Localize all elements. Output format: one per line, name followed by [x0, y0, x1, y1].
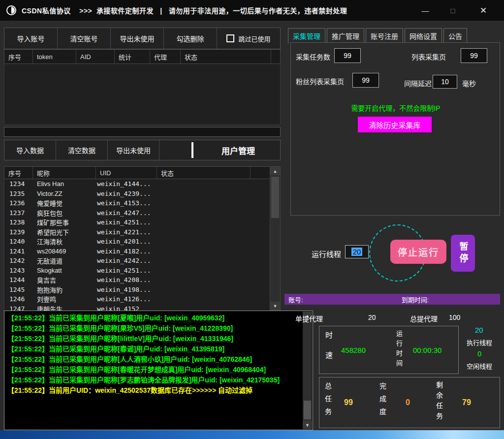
- log-scrollbar[interactable]: ▲ ▼: [303, 312, 312, 429]
- table-cell: 1241: [4, 248, 33, 255]
- log-panel: 【21:55:22】当前已采集到用户昵称[夏喉]用户uid: [weixin_4…: [4, 311, 313, 430]
- list-page-input[interactable]: 99: [461, 48, 487, 63]
- table-row[interactable]: 1244臭吉吉weixin_4208...: [4, 275, 270, 285]
- column-header-filler: [271, 50, 280, 63]
- table-row[interactable]: 1246刘壹鸣weixin_4126...: [4, 294, 270, 304]
- log-line: 【21:55:22】当前已采集到用户昵称[夏喉]用户uid: [weixin_4…: [7, 313, 300, 323]
- export-unused-data-button[interactable]: 导出未使用: [108, 140, 159, 160]
- skip-used-checkbox[interactable]: [226, 34, 234, 42]
- table-cell: weixin_4201...: [96, 238, 157, 245]
- tab-network-settings[interactable]: 网络设置: [405, 28, 442, 44]
- expire-label: 到期时间:: [402, 295, 429, 304]
- table-cell: 1239: [4, 228, 33, 236]
- table-row[interactable]: 1234Elivs Hanweixin_4144...: [4, 179, 270, 189]
- table-cell: 唐朝先生: [33, 304, 96, 311]
- table-row[interactable]: 1238煤矿那些事weixin_4251...: [4, 218, 270, 227]
- table-cell: 1246: [4, 295, 33, 303]
- table-row[interactable]: 1240江海清秋weixin_4201...: [4, 237, 270, 247]
- total-tasks-value: 99: [344, 398, 353, 407]
- table-row[interactable]: 1241ws208469weixin_4182...: [4, 247, 270, 256]
- delay-label: 间隔延迟: [404, 78, 432, 88]
- delay-input[interactable]: 10: [433, 75, 457, 89]
- pause-button[interactable]: 暂停: [451, 235, 475, 272]
- single-proxy-label: 单提代理: [295, 314, 323, 323]
- column-header[interactable]: 昵称: [33, 167, 96, 179]
- column-header[interactable]: 状态: [157, 167, 251, 179]
- column-header[interactable]: 序号: [4, 50, 33, 63]
- table-cell: 1236: [4, 199, 33, 207]
- table-row[interactable]: 1239希望阳光下weixin_4221...: [4, 227, 270, 237]
- table-row[interactable]: 1236俺爱睡觉weixin_4153...: [4, 198, 270, 208]
- clear-history-button[interactable]: 清除历史采集库: [358, 117, 432, 132]
- column-header[interactable]: token: [33, 50, 76, 63]
- table-row[interactable]: 1237疯狂包包weixin_4247...: [4, 208, 270, 218]
- table-cell: 1238: [4, 219, 33, 226]
- collect-settings-panel: 采集任务数 99 列表采集页 99 粉丝列表采集页 99 间隔延迟 10 毫秒 …: [290, 42, 500, 216]
- single-proxy-value: 20: [368, 314, 376, 321]
- column-header[interactable]: 代理: [150, 50, 181, 63]
- log-line: 【21:55:22】当前已采集到用户昵称[罗志鹏铂涛全品牌报发]用户uid: […: [7, 375, 300, 385]
- scroll-down-icon[interactable]: ▼: [303, 421, 312, 429]
- column-header[interactable]: UID: [96, 167, 157, 179]
- column-header[interactable]: AID: [76, 50, 115, 63]
- column-header[interactable]: 序号: [4, 167, 33, 179]
- check-delete-button[interactable]: 勾选删除: [164, 28, 217, 49]
- table-cell: weixin_4251...: [96, 267, 157, 274]
- table-cell: weixin_4239...: [96, 190, 157, 197]
- table-cell: 江海清秋: [33, 237, 96, 246]
- total-proxy-label: 总提代理: [410, 314, 438, 323]
- remain-tasks-value: 79: [462, 398, 471, 407]
- clear-data-button[interactable]: 清空数据: [56, 140, 108, 160]
- done-label: 完成度: [378, 382, 387, 421]
- speed-label: 时速: [323, 331, 334, 372]
- table-cell: 疯狂包包: [33, 208, 96, 218]
- user-manage-button[interactable]: 用户管理: [196, 140, 280, 160]
- table-row[interactable]: 1247唐朝先生weixin_4152: [4, 304, 270, 311]
- table-cell: 1234: [4, 180, 33, 188]
- task-count-input[interactable]: 99: [334, 48, 361, 63]
- table-cell: 煤矿那些事: [33, 218, 96, 227]
- column-header[interactable]: 状态: [181, 50, 271, 63]
- scrollbar-thumb[interactable]: [304, 401, 311, 419]
- scrollbar-thumb[interactable]: [271, 177, 279, 218]
- delay-unit-label: 毫秒: [462, 78, 476, 88]
- fans-page-input[interactable]: 99: [352, 73, 379, 88]
- maximize-button[interactable]: □: [441, 0, 465, 21]
- table-row[interactable]: 1243Skogkattweixin_4251...: [4, 266, 270, 276]
- tab-announcement[interactable]: 公告: [443, 28, 467, 44]
- import-data-button[interactable]: 导入数据: [4, 140, 56, 160]
- table-cell: weixin_4242...: [96, 257, 157, 264]
- table-row[interactable]: 1245抱抱海豹weixin_4198...: [4, 285, 270, 295]
- app-window: CSDN私信协议 >>> 承接软件定制开发 | 请勿用于非法用途，一切后果与作者…: [0, 0, 504, 439]
- tab-collect-manage[interactable]: 采集管理: [288, 28, 325, 44]
- table-cell: 1235: [4, 190, 33, 197]
- scroll-down-icon[interactable]: ▼: [270, 302, 280, 310]
- thread-count-input[interactable]: 20: [345, 245, 369, 258]
- tab-account-register[interactable]: 账号注册: [366, 28, 403, 44]
- close-button[interactable]: ✕: [472, 0, 495, 21]
- table-cell: weixin_4208...: [96, 276, 157, 283]
- table-row[interactable]: 1242无敌道道weixin_4242...: [4, 256, 270, 266]
- skip-used-label: 跳过已使用: [238, 34, 270, 43]
- total-proxy-value: 100: [449, 314, 460, 321]
- title-bar[interactable]: CSDN私信协议 >>> 承接软件定制开发 | 请勿用于非法用途，一切后果与作者…: [0, 0, 504, 21]
- user-table-scrollbar[interactable]: ▲ ▼: [270, 166, 281, 311]
- remain-tasks-label: 剩余任务: [434, 381, 444, 423]
- stop-run-button[interactable]: 停止运行: [390, 240, 446, 264]
- column-header[interactable]: 统计: [115, 50, 150, 63]
- runtime-value: 00:00:30: [413, 346, 441, 354]
- table-cell: Victor.ZZ: [33, 190, 96, 197]
- minimize-button[interactable]: —: [413, 0, 437, 21]
- table-cell: 1240: [4, 238, 33, 245]
- total-tasks-label: 总任务: [323, 382, 333, 421]
- user-toolbar: 导入数据 清空数据 导出未使用 用户管理: [4, 140, 281, 160]
- export-unused-accounts-button[interactable]: 导出未使用: [111, 28, 164, 49]
- log-line: 【21:55:22】当前已采集到用户昵称[人人酒窖小玖]用户uid: [weix…: [7, 354, 300, 365]
- account-progress-bar: [4, 127, 281, 137]
- clear-accounts-button[interactable]: 清空账号: [58, 28, 111, 49]
- tab-promo-manage[interactable]: 推广管理: [327, 28, 364, 44]
- table-row[interactable]: 1235Victor.ZZweixin_4239...: [4, 189, 270, 199]
- account-table-body[interactable]: [4, 64, 281, 125]
- scroll-up-icon[interactable]: ▲: [270, 167, 280, 175]
- import-accounts-button[interactable]: 导入账号: [4, 28, 58, 49]
